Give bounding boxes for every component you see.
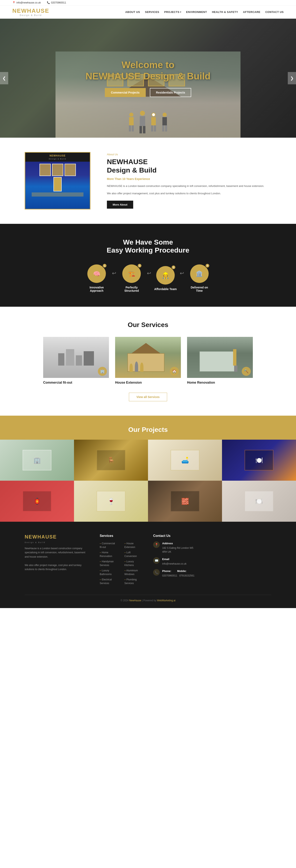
nav-aftercare[interactable]: AFTERCARE <box>243 10 261 13</box>
services-grid: 🏢 Commercial fit-out <box>25 337 271 384</box>
footer-contact-phone: 📞 Phone: Mobile: 02070960011 07919152561 <box>153 569 196 578</box>
footer-brand-link[interactable]: NewHause <box>129 599 141 602</box>
project-image-5[interactable]: 🏮 <box>0 481 74 522</box>
footer-phone-text: Phone: Mobile: 02070960011 07919152561 <box>162 569 194 578</box>
step-label-4: Delivered on Time <box>187 286 212 292</box>
service-icon-badge-renovation: 🔨 <box>242 367 251 376</box>
webmarketing-link[interactable]: WebMarketing.ai <box>157 599 176 602</box>
footer-contact-email: ✉️ Email info@newhause.co.uk <box>153 557 196 566</box>
btn-commercial-projects[interactable]: Commercial Projects <box>105 88 146 97</box>
about-label: About Us <box>107 153 271 156</box>
nav-links: ABOUT US SERVICES PROJECTS ▾ ENVIRONMENT… <box>125 10 284 13</box>
footer-services-col1: Commercial fit-out Home Renovation Handy… <box>100 541 118 587</box>
footer-link-kitchens[interactable]: Luxury Kitchens <box>124 559 143 567</box>
step-label-2: Perfectly Structured <box>119 286 144 292</box>
footer-logo: NEWHAUSE <box>25 534 89 540</box>
service-label-extension: House Extension <box>115 381 181 384</box>
store-door <box>53 177 62 191</box>
service-card-commercial: 🏢 Commercial fit-out <box>43 337 109 384</box>
nav-contact-us[interactable]: CONTACT US <box>265 10 284 13</box>
projects-grid: 🏢 🪑 🛋️ 🍽️ 🏮 🍷 <box>0 440 296 522</box>
btn-view-all-services[interactable]: View all Services <box>129 393 167 401</box>
footer-brand: NEWHAUSE Design & Build NewHause is a Lo… <box>25 534 89 587</box>
service-label-commercial: Commercial fit-out <box>43 381 109 384</box>
arrow-icon-1: ↩ <box>112 270 116 276</box>
structure-icon: 🏗️ <box>128 270 135 277</box>
nav-services[interactable]: SERVICES <box>145 10 159 13</box>
hero-next-button[interactable]: ❯ <box>288 72 296 84</box>
footer-grid: NEWHAUSE Design & Build NewHause is a Lo… <box>25 534 271 587</box>
project-image-3[interactable]: 🛋️ <box>148 440 222 481</box>
procedure-step-1: 1 🧠 Innovative Approach <box>84 265 109 292</box>
service-card-renovation: 🔨 Home Renovation <box>187 337 253 384</box>
service-icon-badge-commercial: 🏢 <box>98 367 107 376</box>
service-image-extension: 🏠 <box>115 337 181 378</box>
about-text: About Us NEWHAUSE Design & Build More Th… <box>107 153 271 209</box>
about-desc-2: We also offer project management, cost p… <box>107 191 271 196</box>
footer: NEWHAUSE Design & Build NewHause is a Lo… <box>0 522 296 608</box>
logo-h: H <box>27 8 31 14</box>
service-image-renovation: 🔨 <box>187 337 253 378</box>
services-section: Our Services 🏢 Commercial fit-out <box>0 307 296 416</box>
nav-projects[interactable]: PROJECTS ▾ <box>164 10 181 13</box>
step-circle-2: 2 🏗️ <box>122 265 141 283</box>
logo-new: NEW <box>12 8 27 14</box>
btn-residential-projects[interactable]: Residentials Projects <box>150 88 191 97</box>
logo[interactable]: NEWHAUSE Design & Build <box>12 8 49 17</box>
footer-link-extension[interactable]: House Extension <box>124 541 143 549</box>
step-label-1: Innovative Approach <box>84 286 109 292</box>
hero-content: Welcome to NEWHAUSE Design & Build Comme… <box>85 59 211 97</box>
arrow-icon-3: ↩ <box>180 270 184 276</box>
nav-health-safety[interactable]: HEALTH & SAFETY <box>212 10 238 13</box>
footer-link-commercial[interactable]: Commercial fit-out <box>100 541 118 549</box>
project-image-2[interactable]: 🪑 <box>74 440 148 481</box>
footer-services-col2: House Extension Loft Conversion Luxury K… <box>124 541 143 587</box>
email-icon: 📍 <box>12 1 16 4</box>
email-icon: ✉️ <box>153 557 160 564</box>
footer-link-windows[interactable]: Aluminium Windows <box>124 568 143 576</box>
footer-link-electrical[interactable]: Electrical Services <box>100 578 118 585</box>
project-image-7[interactable]: 🧱 <box>148 481 222 522</box>
logo-ause: AUSE <box>32 8 49 14</box>
hero-prev-button[interactable]: ❮ <box>0 72 8 84</box>
service-image-commercial: 🏢 <box>43 337 109 378</box>
arrow-icon-2: ↩ <box>147 270 151 276</box>
nav-environment[interactable]: ENVIRONMENT <box>186 10 207 13</box>
nav-about-us[interactable]: ABOUT US <box>125 10 140 13</box>
footer-services-title: Services <box>100 534 143 538</box>
step-circle-3: 3 👷 <box>156 266 175 284</box>
procedure-section: We Have Some Easy Working Procedure 1 🧠 … <box>0 224 296 307</box>
project-image-6[interactable]: 🍷 <box>74 481 148 522</box>
btn-more-about[interactable]: More About <box>107 200 133 209</box>
logo-text: NEWHAUSE <box>12 8 49 14</box>
store-front: NEWHAUSE Design & Build <box>25 153 90 209</box>
store-sign: NEWHAUSE Design & Build <box>25 153 90 162</box>
about-image-main: NEWHAUSE Design & Build <box>25 152 90 210</box>
project-image-4[interactable]: 🍽️ <box>222 440 296 481</box>
footer-email-text: Email info@newhause.co.uk <box>162 557 186 566</box>
footer-link-plumbing[interactable]: Plumbing Services <box>124 578 143 585</box>
project-image-1[interactable]: 🏢 <box>0 440 74 481</box>
topbar-phone: 📞 02070960011 <box>47 1 66 4</box>
footer-link-bathrooms[interactable]: Luxury Bathrooms <box>100 568 118 576</box>
copyright-text: © 2024 NewHause | Powered by WebMarketin… <box>120 599 176 602</box>
step-number-3: 3 <box>171 265 176 270</box>
service-card-extension: 🏠 House Extension <box>115 337 181 384</box>
footer-address-text: Address 182 S Ealing Rd London W5 4RH UK <box>162 541 196 554</box>
about-desc-1: NEWHAUSE is a London based construction … <box>107 184 271 188</box>
footer-bottom: © 2024 NewHause | Powered by WebMarketin… <box>25 595 271 602</box>
projects-title: Our Projects <box>0 426 296 440</box>
footer-link-renovation[interactable]: Home Renovation <box>100 551 118 558</box>
phone-icon: 📞 <box>153 569 160 576</box>
project-image-8[interactable]: 🍽️ <box>222 481 296 522</box>
projects-section: Our Projects 🏢 🪑 🛋️ 🍽️ 🏮 <box>0 416 296 522</box>
building-icon: 🏛️ <box>196 270 203 277</box>
procedure-step-4: 4 🏛️ Delivered on Time <box>187 265 212 292</box>
service-icon-badge-extension: 🏠 <box>170 367 179 376</box>
topbar-email: 📍 info@newhause.co.uk <box>12 1 41 4</box>
navbar: NEWHAUSE Design & Build ABOUT US SERVICE… <box>0 5 296 19</box>
footer-link-loft[interactable]: Loft Conversion <box>124 551 143 558</box>
brain-icon: 🧠 <box>93 270 100 277</box>
footer-link-handyman[interactable]: Handyman Services <box>100 559 118 567</box>
chevron-down-icon: ▾ <box>180 11 181 13</box>
